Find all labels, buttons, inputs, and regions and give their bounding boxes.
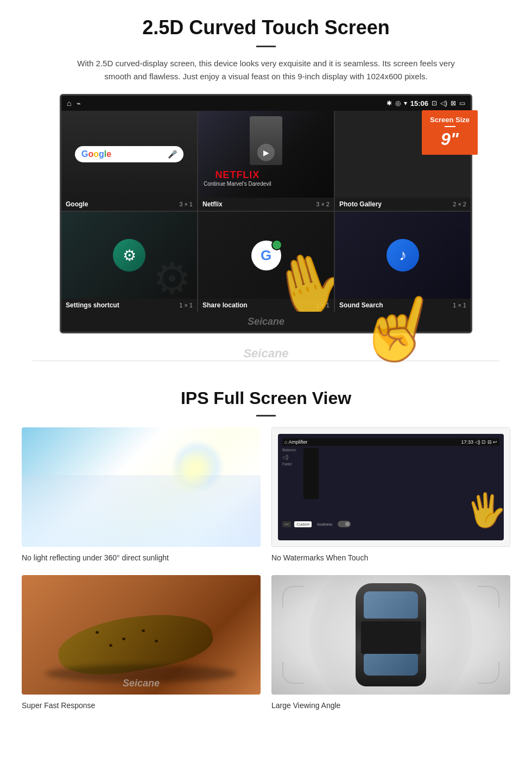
cheetah-spots (69, 623, 201, 665)
sunlight-visual (22, 427, 261, 547)
image-card-sunlight: No light reflecting under 360° direct su… (22, 427, 261, 564)
app-cell-netflix[interactable]: ▶ NETFLIX Continue Marvel's Daredevil Ne… (198, 111, 334, 211)
photo-grid: 2 × 2 (453, 201, 466, 207)
amp-fader-label: Fader (282, 462, 301, 466)
netflix-logo: NETFLIX (204, 169, 271, 181)
image-card-amplifier: ⌂ Amplifier 17:33 ◁) ⊡ ⊟ ↩ Balance ◁) Fa… (271, 427, 510, 564)
status-time: 15:06 (410, 99, 428, 108)
sound-search-icon: ♪ (387, 239, 419, 272)
screen-bottom: Seicane (61, 312, 471, 332)
settings-label: Settings shortcut (66, 301, 119, 309)
amplifier-caption: No Watermarks When Touch (271, 551, 510, 564)
bluetooth-icon: ✱ (387, 99, 392, 107)
car-visual (271, 575, 510, 695)
home-icon: ⌂ (67, 99, 71, 108)
spot-1 (96, 631, 99, 634)
close-icon: ⊠ (451, 99, 456, 107)
amp-loudness-toggle[interactable] (338, 521, 351, 527)
image-card-cheetah: Seicane Super Fast Response (22, 575, 261, 712)
car-roof (361, 621, 421, 654)
sound-label-row: Sound Search 1 × 1 (335, 299, 471, 312)
amp-screen: ⌂ Amplifier 17:33 ◁) ⊡ ⊟ ↩ Balance ◁) Fa… (278, 434, 504, 540)
spot-5 (155, 640, 158, 642)
car-image (271, 575, 510, 695)
volume-icon: ◁) (440, 99, 447, 107)
sunlight-caption: No light reflecting under 360° direct su… (22, 551, 261, 564)
cheetah-caption: Super Fast Response (22, 699, 261, 712)
app-cell-google[interactable]: Google 🎤 Google 3 × 1 (61, 111, 197, 211)
netflix-label: Netflix (202, 200, 223, 208)
section-curved-touch: 2.5D Curved Touch Screen With 2.5D curve… (0, 0, 532, 344)
car-caption: Large Viewing Angle (271, 699, 510, 712)
photo-label-row: Photo Gallery 2 × 2 (335, 198, 471, 211)
google-grid: 3 × 1 (179, 201, 193, 207)
sunlight-image (22, 427, 261, 547)
amp-volume-icon: ◁) (282, 454, 301, 460)
netflix-grid: 3 × 2 (316, 201, 330, 207)
location-icon: ◎ (395, 99, 401, 107)
amp-hand-icon: 🖐 (464, 489, 504, 531)
app-cell-settings[interactable]: ⚙ ⚙ Settings shortcut 1 × 1 (61, 212, 197, 312)
spot-2 (122, 638, 125, 640)
angle-tr (478, 586, 499, 608)
netflix-cell-inner: ▶ NETFLIX Continue Marvel's Daredevil (198, 111, 334, 198)
netflix-label-row: Netflix 3 × 2 (198, 198, 334, 211)
wifi-icon: ▾ (404, 99, 407, 107)
amplifier-image: ⌂ Amplifier 17:33 ◁) ⊡ ⊟ ↩ Balance ◁) Fa… (271, 427, 510, 547)
sound-label: Sound Search (339, 301, 383, 309)
image-grid: No light reflecting under 360° direct su… (22, 427, 510, 712)
netflix-subtitle: Continue Marvel's Daredevil (204, 181, 271, 187)
spot-4 (109, 644, 112, 647)
seicane-watermark-main: Seicane (243, 346, 288, 361)
settings-cell-inner: ⚙ ⚙ (61, 212, 197, 299)
camera-icon: ⊡ (432, 99, 437, 107)
angle-tl (282, 586, 304, 608)
amp-title: ⌂ Amplifier (284, 439, 307, 445)
status-left: ⌂ ⌁ (67, 99, 81, 108)
google-search-bar[interactable]: Google 🎤 (75, 146, 183, 162)
device-screen: ⌂ ⌁ ✱ ◎ ▾ 15:06 ⊡ ◁) ⊠ ▭ (60, 94, 472, 333)
amp-time: 17:33 ◁) ⊡ ⊟ ↩ (461, 439, 498, 445)
cheetah-image: Seicane (22, 575, 261, 695)
mic-icon: 🎤 (168, 150, 177, 159)
device-mockup: Screen Size 9" ⌂ ⌁ ✱ ◎ ▾ 15:06 ⊡ ◁) ⊠ (60, 94, 472, 333)
seicane-cheetah: Seicane (123, 678, 160, 689)
google-label-row: Google 3 × 1 (61, 198, 197, 211)
amp-custom-btn[interactable]: Custom (294, 521, 312, 527)
section2-title: IPS Full Screen View (22, 388, 510, 408)
netflix-logo-area: NETFLIX Continue Marvel's Daredevil (204, 169, 271, 187)
seicane-watermark-screen: Seicane (248, 316, 284, 327)
google-label: Google (66, 200, 88, 208)
amp-prev-btn[interactable]: << (282, 521, 291, 527)
share-cell-inner: G (198, 212, 334, 299)
badge-size: 9" (430, 129, 470, 149)
car-trunk (364, 654, 418, 676)
badge-divider (445, 126, 455, 127)
status-right: ✱ ◎ ▾ 15:06 ⊡ ◁) ⊠ ▭ (387, 99, 465, 108)
app-cell-sound[interactable]: ♪ Sound Search 1 × 1 (335, 212, 471, 312)
window-icon: ▭ (459, 99, 465, 107)
share-label: Share location (202, 301, 248, 309)
sound-grid: 1 × 1 (453, 302, 466, 308)
amp-sidebar: Balance ◁) Fader (282, 448, 301, 519)
photo-label: Photo Gallery (339, 200, 382, 208)
section1-title: 2.5D Curved Touch Screen (33, 16, 499, 39)
amp-header: ⌂ Amplifier 17:33 ◁) ⊡ ⊟ ↩ (282, 438, 499, 446)
car-top-view (356, 583, 426, 686)
section-divider (33, 361, 499, 361)
amp-eq (303, 448, 319, 499)
netflix-play-button[interactable]: ▶ (257, 144, 275, 161)
settings-bg-gear: ⚙ (153, 254, 192, 304)
section1-description: With 2.5D curved-display screen, this de… (76, 57, 456, 83)
car-body (356, 583, 426, 686)
amplifier-visual: ⌂ Amplifier 17:33 ◁) ⊡ ⊟ ↩ Balance ◁) Fa… (271, 427, 510, 547)
app-cell-share[interactable]: G 🤚 Share location 1 × 1 (198, 212, 334, 312)
amp-loudness-label: loudness (315, 521, 334, 527)
section-ips: IPS Full Screen View No light reflecting… (0, 377, 532, 728)
google-cell-inner: Google 🎤 (61, 111, 197, 198)
sound-cell-inner: ♪ (335, 212, 471, 299)
sky-lower (22, 475, 261, 547)
google-logo: Google (81, 149, 111, 159)
angle-bl (282, 662, 304, 684)
status-bar: ⌂ ⌁ ✱ ◎ ▾ 15:06 ⊡ ◁) ⊠ ▭ (61, 96, 471, 111)
